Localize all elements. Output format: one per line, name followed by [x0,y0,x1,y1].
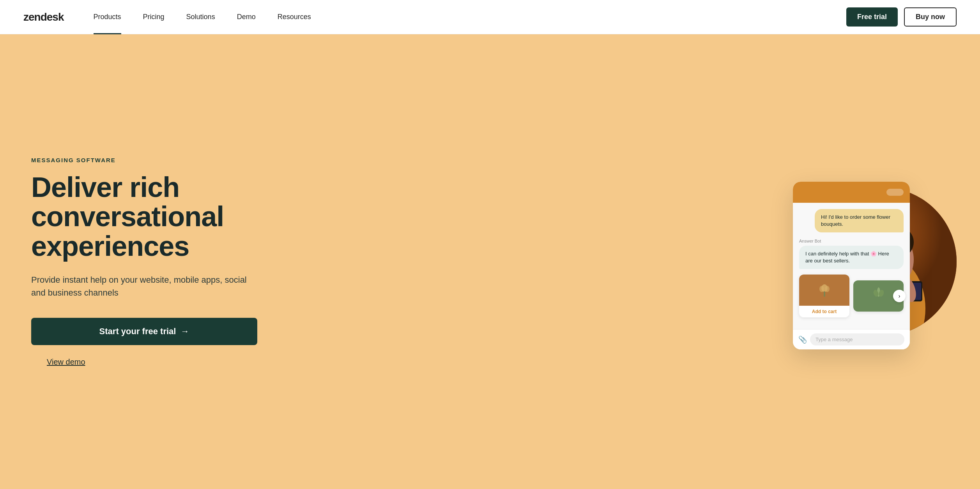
hero-visuals: Hi! I'd like to order some flower bouque… [304,145,957,379]
buy-now-button[interactable]: Buy now [904,7,957,27]
hero-demo-link[interactable]: View demo [47,358,85,367]
nav-links: Products Pricing Solutions Demo Resource… [83,0,846,34]
navbar: zendesk Products Pricing Solutions Demo … [0,0,980,34]
hero-trial-arrow: → [180,326,189,337]
chat-bot-label: Answer Bot [799,239,904,243]
chat-input-row: 📎 Type a message [793,329,910,349]
hero-section: MESSAGING SOFTWARE Deliver rich conversa… [0,34,980,489]
hero-headline: Deliver rich conversational experiences [31,173,304,261]
nav-link-resources[interactable]: Resources [267,0,322,34]
nav-link-products[interactable]: Products [83,0,132,34]
hero-trial-button[interactable]: Start your free trial → [31,318,257,345]
chat-header [793,182,910,203]
chat-attach-icon[interactable]: 📎 [798,335,807,344]
chat-user-message: Hi! I'd like to order some flower bouque… [815,209,904,232]
hero-trial-label: Start your free trial [99,326,176,337]
hero-content: MESSAGING SOFTWARE Deliver rich conversa… [31,157,304,367]
free-trial-button[interactable]: Free trial [846,7,898,27]
nav-link-solutions[interactable]: Solutions [175,0,226,34]
chat-body: Hi! I'd like to order some flower bouque… [793,203,910,330]
chat-product-1-image [799,275,849,306]
chat-mockup: Hi! I'd like to order some flower bouque… [793,182,910,350]
nav-buttons: Free trial Buy now [846,7,957,27]
brand-logo[interactable]: zendesk [23,11,64,23]
nav-link-demo[interactable]: Demo [226,0,267,34]
chat-add-to-cart[interactable]: Add to cart [799,306,849,317]
hero-eyebrow: MESSAGING SOFTWARE [31,157,304,163]
chat-message-input[interactable]: Type a message [810,333,904,345]
hero-subtext: Provide instant help on your website, mo… [31,273,257,299]
svg-point-1 [819,286,824,292]
nav-link-pricing[interactable]: Pricing [132,0,175,34]
chat-bot-message: I can definitely help with that 🌸 Here a… [799,246,904,269]
chat-next-arrow[interactable]: › [893,290,906,302]
chat-product-list: Add to cart › [799,275,904,317]
chat-header-decoration [886,189,904,196]
svg-point-2 [825,286,830,292]
svg-rect-3 [824,291,825,297]
chat-product-1: Add to cart [799,275,849,317]
